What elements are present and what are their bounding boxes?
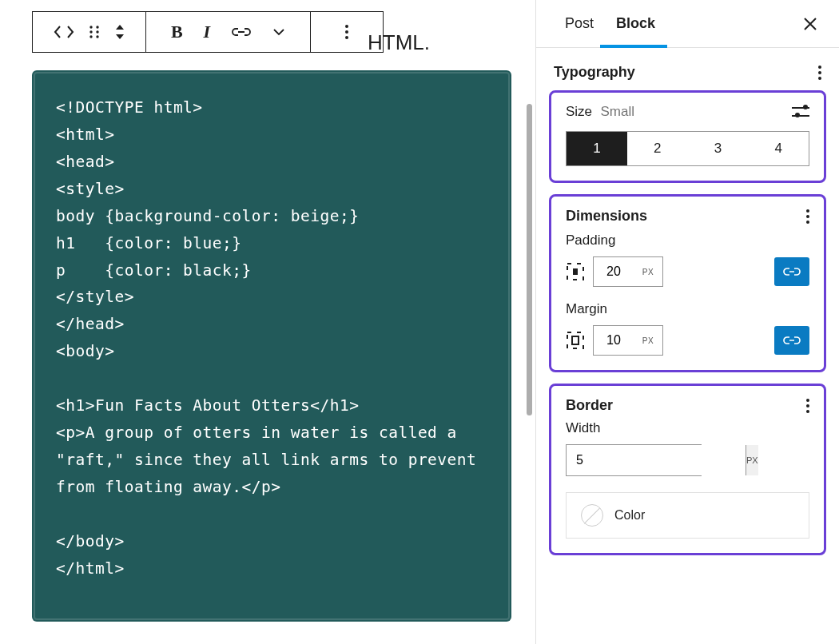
border-color-row[interactable]: Color: [566, 492, 809, 539]
close-sidebar-button[interactable]: [796, 10, 825, 38]
code-block[interactable]: <!DOCTYPE html> <html> <head> <style> bo…: [32, 70, 511, 622]
typography-size-highlight: Size Small 1 2 3 4: [549, 90, 826, 183]
svg-point-3: [96, 30, 98, 33]
svg-rect-8: [567, 332, 583, 348]
border-title: Border: [566, 397, 613, 414]
padding-input[interactable]: [594, 257, 634, 286]
toolbar-group-block: [33, 12, 146, 52]
size-option-2[interactable]: 2: [627, 132, 688, 165]
margin-input-group: PX: [593, 325, 663, 356]
drag-handle-icon[interactable]: [89, 25, 100, 39]
border-header: Border: [566, 397, 809, 414]
italic-button[interactable]: I: [204, 22, 211, 42]
margin-label: Margin: [566, 301, 809, 317]
border-color-label: Color: [614, 508, 645, 523]
more-formatting-icon[interactable]: [272, 28, 285, 36]
typography-title: Typography: [554, 64, 635, 81]
padding-unit[interactable]: PX: [634, 257, 662, 286]
size-segmented-control: 1 2 3 4: [566, 131, 809, 166]
margin-row: PX: [566, 325, 809, 356]
svg-point-0: [89, 26, 92, 28]
border-width-input[interactable]: [567, 445, 746, 475]
svg-point-2: [89, 30, 92, 33]
size-value: Small: [601, 104, 635, 119]
code-content[interactable]: <!DOCTYPE html> <html> <head> <style> bo…: [56, 94, 487, 582]
padding-label: Padding: [566, 233, 809, 248]
size-option-3[interactable]: 3: [688, 132, 749, 165]
padding-input-group: PX: [593, 256, 663, 287]
padding-box-icon[interactable]: [566, 262, 585, 281]
svg-point-5: [96, 35, 98, 38]
bold-button[interactable]: B: [171, 22, 183, 42]
dimensions-header: Dimensions: [566, 208, 809, 225]
typography-options-icon[interactable]: [818, 66, 821, 80]
size-label: Size: [566, 104, 592, 119]
border-width-label: Width: [566, 420, 809, 436]
code-block-icon[interactable]: [54, 25, 74, 39]
border-highlight: Border Width PX Color: [549, 384, 826, 555]
margin-unit[interactable]: PX: [634, 326, 662, 355]
block-toolbar: B I: [32, 11, 384, 53]
border-options-icon[interactable]: [806, 399, 809, 413]
size-option-1[interactable]: 1: [567, 132, 627, 165]
toolbar-group-format: B I: [146, 12, 311, 52]
dimensions-highlight: Dimensions Padding PX Margin PX: [549, 194, 826, 372]
custom-size-icon[interactable]: [792, 105, 809, 119]
dimensions-options-icon[interactable]: [806, 209, 809, 224]
tab-post[interactable]: Post: [554, 1, 605, 46]
border-width-unit[interactable]: PX: [746, 445, 758, 475]
margin-input[interactable]: [594, 326, 634, 355]
sidebar-tabs: Post Block: [536, 0, 839, 48]
svg-rect-7: [573, 268, 578, 275]
margin-box-icon[interactable]: [566, 331, 585, 350]
editor-canvas: B I HTML. <!DOCTYPE html> <html> <head> …: [0, 0, 535, 644]
tab-block[interactable]: Block: [605, 1, 666, 46]
border-width-input-group: PX: [566, 444, 702, 476]
padding-link-button[interactable]: [774, 257, 809, 286]
move-up-down-icon[interactable]: [114, 23, 125, 41]
color-swatch-none-icon: [581, 504, 603, 527]
typography-header: Typography: [554, 64, 821, 81]
scrollbar[interactable]: [527, 104, 532, 415]
link-button[interactable]: [231, 26, 252, 38]
kebab-icon: [345, 25, 348, 39]
svg-rect-9: [572, 336, 579, 344]
size-option-4[interactable]: 4: [748, 132, 809, 165]
margin-link-button[interactable]: [774, 326, 809, 355]
settings-sidebar: Post Block Typography Size Small 1 2 3 4: [535, 0, 839, 644]
svg-point-4: [89, 35, 92, 38]
svg-point-1: [96, 26, 98, 28]
dimensions-title: Dimensions: [566, 208, 647, 225]
floating-text: HTML.: [368, 30, 430, 55]
padding-row: PX: [566, 256, 809, 287]
